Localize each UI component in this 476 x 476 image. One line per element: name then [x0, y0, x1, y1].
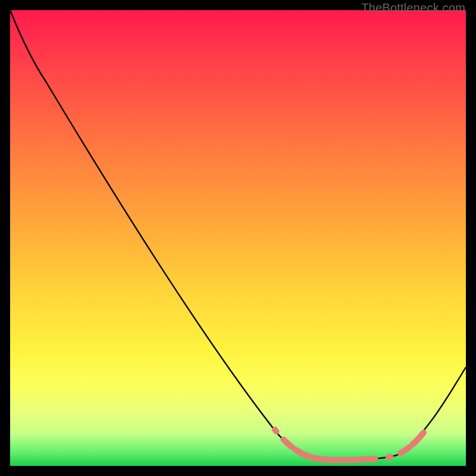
chart-frame: TheBottleneck.com — [0, 0, 476, 476]
plot-area — [10, 10, 466, 466]
curve-highlight — [275, 430, 424, 460]
watermark: TheBottleneck.com — [361, 1, 465, 15]
bottleneck-curve — [10, 10, 466, 466]
curve-line — [10, 10, 466, 460]
